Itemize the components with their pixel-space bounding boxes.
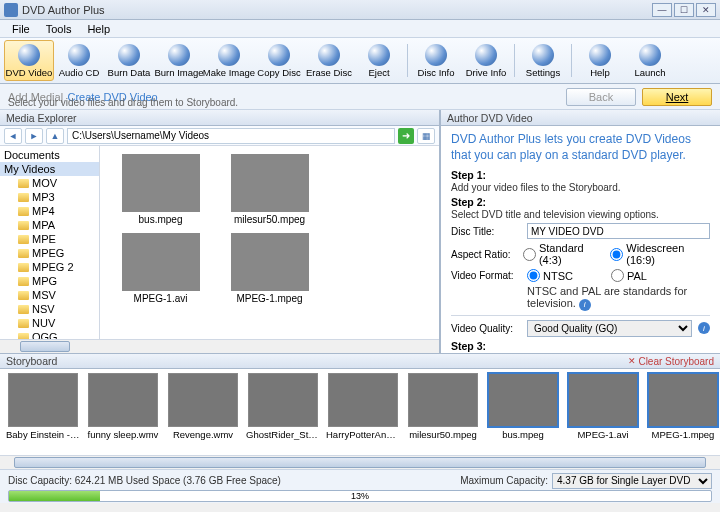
storyboard-label: milesur50.mpeg: [406, 429, 480, 440]
disc-title-input[interactable]: [527, 223, 710, 239]
toolbar-icon: [589, 44, 611, 66]
tree-folder[interactable]: MPA: [0, 218, 99, 232]
storyboard-item[interactable]: GhostRider_Stan...: [246, 373, 320, 451]
menu-tools[interactable]: Tools: [38, 20, 80, 38]
toolbar-drive-info[interactable]: Drive Info: [461, 40, 511, 81]
folder-icon: [18, 249, 29, 258]
storyboard-item[interactable]: HarryPotterAndTh...: [326, 373, 400, 451]
storyboard-thumb: [88, 373, 158, 427]
step2-desc: Select DVD title and television viewing …: [451, 209, 659, 220]
info-icon[interactable]: i: [579, 299, 591, 311]
folder-icon: [18, 291, 29, 300]
thumbnail-grid[interactable]: bus.mpegmilesur50.mpegMPEG-1.aviMPEG-1.m…: [100, 146, 439, 339]
nav-fwd-icon[interactable]: ►: [25, 128, 43, 144]
menu-file[interactable]: File: [4, 20, 38, 38]
storyboard-header-bar: Storyboard Clear Storyboard: [0, 353, 720, 369]
aspect-standard-radio[interactable]: Standard (4:3): [523, 242, 604, 266]
toolbar-launch[interactable]: Launch: [625, 40, 675, 81]
storyboard-label: MPEG-1.avi: [566, 429, 640, 440]
menu-help[interactable]: Help: [79, 20, 118, 38]
toolbar-make-image[interactable]: Make Image: [204, 40, 254, 81]
tree-folder[interactable]: NSV: [0, 302, 99, 316]
storyboard-label: GhostRider_Stan...: [246, 429, 320, 440]
tree-folder[interactable]: MPG: [0, 274, 99, 288]
tree-folder[interactable]: MSV: [0, 288, 99, 302]
storyboard-thumb: [648, 373, 718, 427]
storyboard-item[interactable]: MPEG-1.mpeg: [646, 373, 720, 451]
toolbar-icon: [368, 44, 390, 66]
info-icon[interactable]: i: [698, 322, 710, 334]
path-field[interactable]: C:\Users\Username\My Videos: [67, 128, 395, 144]
toolbar-icon: [168, 44, 190, 66]
app-icon: [4, 3, 18, 17]
menubar: File Tools Help: [0, 20, 720, 38]
storyboard-item[interactable]: MPEG-1.avi: [566, 373, 640, 451]
minimize-button[interactable]: —: [652, 3, 672, 17]
toolbar-settings[interactable]: Settings: [518, 40, 568, 81]
add-media-hint: Select your video files and drag them to…: [8, 97, 238, 108]
toolbar-icon: [475, 44, 497, 66]
tree-folder[interactable]: MPEG 2: [0, 260, 99, 274]
go-button[interactable]: ➜: [398, 128, 414, 144]
tree-folder[interactable]: MPE: [0, 232, 99, 246]
maximize-button[interactable]: ☐: [674, 3, 694, 17]
tree-scrollbar[interactable]: [0, 339, 439, 353]
toolbar-icon: [318, 44, 340, 66]
tree-folder[interactable]: MP3: [0, 190, 99, 204]
toolbar-help[interactable]: Help: [575, 40, 625, 81]
vquality-select[interactable]: Good Quality (GQ): [527, 320, 692, 337]
clear-storyboard-button[interactable]: Clear Storyboard: [628, 356, 714, 367]
storyboard-label: Revenge.wmv: [166, 429, 240, 440]
close-button[interactable]: ✕: [696, 3, 716, 17]
storyboard-item[interactable]: bus.mpeg: [486, 373, 560, 451]
storyboard[interactable]: Baby Einstein - Ba...funny sleep.wmvReve…: [0, 369, 720, 455]
storyboard-item[interactable]: milesur50.mpeg: [406, 373, 480, 451]
vformat-ntsc-radio[interactable]: NTSC: [527, 269, 573, 282]
step1-label: Step 1:: [451, 169, 486, 181]
folder-tree[interactable]: Documents My Videos MOVMP3MP4MPAMPEMPEGM…: [0, 146, 100, 339]
toolbar-eject[interactable]: Eject: [354, 40, 404, 81]
thumb-image: [231, 233, 309, 291]
toolbar-disc-info[interactable]: Disc Info: [411, 40, 461, 81]
tree-folder[interactable]: OGG: [0, 330, 99, 339]
thumbnail[interactable]: MPEG-1.mpeg: [217, 233, 322, 304]
aspect-widescreen-radio[interactable]: Widescreen (16:9): [610, 242, 710, 266]
tree-folder[interactable]: MP4: [0, 204, 99, 218]
toolbar-burn-data[interactable]: Burn Data: [104, 40, 154, 81]
back-button[interactable]: Back: [566, 88, 636, 106]
thumbnail[interactable]: MPEG-1.avi: [108, 233, 213, 304]
maxcap-select[interactable]: 4.37 GB for Single Layer DVD: [552, 473, 712, 489]
storyboard-label: bus.mpeg: [486, 429, 560, 440]
storyboard-scrollbar[interactable]: [0, 455, 720, 469]
thumbnail[interactable]: milesur50.mpeg: [217, 154, 322, 225]
storyboard-item[interactable]: funny sleep.wmv: [86, 373, 160, 451]
vformat-pal-radio[interactable]: PAL: [611, 269, 647, 282]
tree-documents[interactable]: Documents: [0, 148, 99, 162]
toolbar-icon: [532, 44, 554, 66]
thumb-image: [231, 154, 309, 212]
storyboard-label: Storyboard: [6, 355, 57, 367]
tree-folder[interactable]: MPEG: [0, 246, 99, 260]
tree-folder[interactable]: NUV: [0, 316, 99, 330]
storyboard-item[interactable]: Baby Einstein - Ba...: [6, 373, 80, 451]
nav-up-icon[interactable]: ▲: [46, 128, 64, 144]
toolbar-audio-cd[interactable]: Audio CD: [54, 40, 104, 81]
toolbar-icon: [639, 44, 661, 66]
next-button[interactable]: Next: [642, 88, 712, 106]
step2-label: Step 2:: [451, 196, 486, 208]
view-options-icon[interactable]: ▦: [417, 128, 435, 144]
toolbar-erase-disc[interactable]: Erase Disc: [304, 40, 354, 81]
nav-back-icon[interactable]: ◄: [4, 128, 22, 144]
app-title: DVD Author Plus: [22, 4, 650, 16]
tree-folder[interactable]: MOV: [0, 176, 99, 190]
storyboard-thumb: [488, 373, 558, 427]
storyboard-item[interactable]: Revenge.wmv: [166, 373, 240, 451]
tree-myvideos[interactable]: My Videos: [0, 162, 99, 176]
thumb-label: MPEG-1.mpeg: [236, 293, 302, 304]
thumbnail[interactable]: bus.mpeg: [108, 154, 213, 225]
folder-icon: [18, 305, 29, 314]
toolbar-dvd-video[interactable]: DVD Video: [4, 40, 54, 81]
toolbar-copy-disc[interactable]: Copy Disc: [254, 40, 304, 81]
toolbar-icon: [425, 44, 447, 66]
toolbar-burn-image[interactable]: Burn Image: [154, 40, 204, 81]
